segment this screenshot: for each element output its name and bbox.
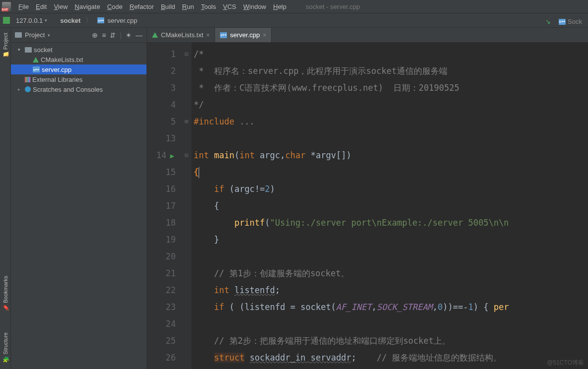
- menu-code[interactable]: Code: [104, 2, 126, 11]
- stop-icon[interactable]: [3, 17, 10, 24]
- menu-build[interactable]: Build: [157, 2, 179, 11]
- settings-icon[interactable]: ✶: [126, 31, 132, 39]
- tree-item-label: server.cpp: [42, 66, 72, 73]
- tool-tab-bookmarks[interactable]: 🔖Bookmarks: [1, 273, 9, 314]
- fold-gutter[interactable]: ⊟⊞⊟: [182, 43, 192, 369]
- breadcrumb-project[interactable]: socket: [60, 17, 80, 24]
- tree-item-scratches-and-consoles[interactable]: ▸Scratches and Consoles: [11, 84, 147, 94]
- folder-icon: [25, 47, 32, 53]
- cpp-file-icon: c++: [33, 66, 40, 72]
- run-config-label: Sock: [568, 18, 582, 25]
- editor-area: CMakeLists.txt×c++server.cpp× 123451314 …: [147, 28, 588, 369]
- tree-item-external-libraries[interactable]: External Libraries: [11, 74, 147, 84]
- menu-help[interactable]: Help: [270, 2, 290, 11]
- left-tool-stripe: 📁Project 🔖Bookmarks 🧩Structure: [0, 28, 11, 369]
- editor-tab-server-cpp[interactable]: c++server.cpp×: [215, 28, 272, 42]
- tree-item-socket[interactable]: ▾socket: [11, 45, 147, 55]
- editor-tab-cmakelists-txt[interactable]: CMakeLists.txt×: [147, 28, 215, 42]
- line-number-gutter: 123451314 ▶151617181920212223242526: [147, 43, 182, 369]
- nav-toolbar: 127.0.0.1 ▾ socket 〉 c++ server.cpp: [0, 13, 588, 28]
- editor-tabs: CMakeLists.txt×c++server.cpp×: [147, 28, 588, 43]
- divider: |: [120, 31, 122, 39]
- run-target-ip: 127.0.0.1: [16, 17, 43, 24]
- hammer-icon[interactable]: ↘: [545, 18, 551, 25]
- menu-file[interactable]: File: [15, 2, 32, 11]
- tree-item-label: CMakeLists.txt: [41, 56, 83, 63]
- close-icon[interactable]: ×: [206, 32, 210, 39]
- menu-tools[interactable]: Tools: [198, 2, 220, 11]
- menu-navigate[interactable]: Navigate: [71, 2, 103, 11]
- project-pane-header: Project ▾ ⊕ ≡ ⇵ | ✶ —: [11, 28, 147, 43]
- run-config-button[interactable]: c++ Sock: [556, 17, 585, 26]
- tree-item-cmakelists-txt[interactable]: CMakeLists.txt: [11, 55, 147, 64]
- select-opened-icon[interactable]: ⊕: [92, 31, 98, 39]
- cmake-icon: [33, 57, 39, 62]
- menu-window[interactable]: Window: [240, 2, 270, 11]
- library-icon: [25, 77, 30, 82]
- code-content[interactable]: /* * 程序名：server.cpp，此程序用于演示socket通信的服务端 …: [192, 43, 588, 369]
- tool-tab-structure[interactable]: 🧩Structure: [1, 329, 9, 366]
- chevron-down-icon[interactable]: ▾: [48, 33, 50, 38]
- breadcrumb-sep: 〉: [85, 16, 92, 25]
- menu-refactor[interactable]: Refactor: [126, 2, 157, 11]
- tree-item-label: Scratches and Consoles: [33, 86, 103, 93]
- project-pane-title: Project: [25, 31, 45, 39]
- tab-label: server.cpp: [230, 31, 260, 39]
- tree-item-server-cpp[interactable]: c++server.cpp: [11, 64, 147, 74]
- main-menubar: EAP FileEditViewNavigateCodeRefactorBuil…: [0, 0, 588, 13]
- menu-edit[interactable]: Edit: [32, 2, 50, 11]
- window-title: socket - server.cpp: [306, 3, 360, 10]
- chevron-down-icon: ▾: [45, 18, 47, 23]
- folder-icon: [15, 32, 22, 38]
- menu-view[interactable]: View: [50, 2, 71, 11]
- hide-pane-icon[interactable]: —: [136, 31, 143, 39]
- app-icon: EAP: [2, 2, 11, 11]
- breadcrumb-file[interactable]: server.cpp: [107, 17, 137, 24]
- run-target-selector[interactable]: 127.0.0.1 ▾: [13, 16, 50, 25]
- tool-tab-project[interactable]: 📁Project: [1, 30, 9, 61]
- cpp-file-icon: c++: [97, 17, 104, 23]
- tree-item-label: socket: [34, 46, 53, 54]
- cmake-icon: [152, 32, 158, 38]
- scratch-icon: [25, 86, 31, 92]
- close-icon[interactable]: ×: [263, 32, 266, 39]
- menu-run[interactable]: Run: [179, 2, 198, 11]
- collapse-all-icon[interactable]: ⇵: [110, 31, 116, 39]
- toolbar-right: ↘ c++ Sock: [545, 17, 585, 26]
- cpp-file-icon: c++: [220, 32, 227, 38]
- tab-label: CMakeLists.txt: [161, 31, 203, 39]
- menu-vcs[interactable]: VCS: [220, 2, 240, 11]
- tree-item-label: External Libraries: [32, 76, 82, 83]
- watermark: @51CTO博客: [547, 359, 584, 367]
- cpp-file-icon: c++: [559, 19, 566, 25]
- code-editor[interactable]: 123451314 ▶151617181920212223242526 ⊟⊞⊟ …: [147, 43, 588, 369]
- project-tree[interactable]: ▾socketCMakeLists.txtc++server.cppExtern…: [11, 43, 147, 96]
- expand-all-icon[interactable]: ≡: [102, 31, 106, 39]
- project-pane: Project ▾ ⊕ ≡ ⇵ | ✶ — ▾socketCMakeLists.…: [11, 28, 147, 369]
